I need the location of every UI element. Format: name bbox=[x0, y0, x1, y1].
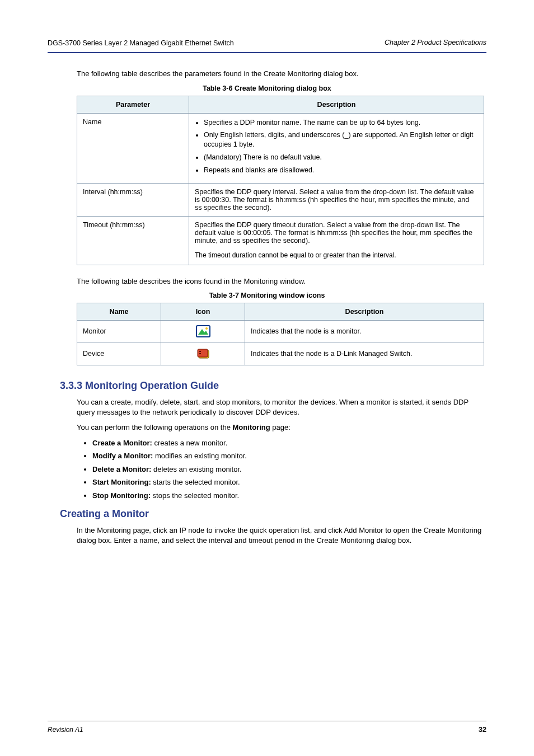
header-divider bbox=[48, 52, 486, 53]
param-name: Interval (hh:mm:ss) bbox=[77, 183, 189, 216]
list-item: (Mandatory) There is no default value. bbox=[204, 153, 478, 162]
col-description: Description bbox=[189, 96, 484, 113]
param-name: Timeout (hh:mm:ss) bbox=[77, 216, 189, 265]
op-desc: deletes an existing monitor. bbox=[151, 465, 241, 473]
table-header-row: Name Icon Description bbox=[77, 303, 484, 321]
table-row: Interval (hh:mm:ss) Specifies the DDP qu… bbox=[77, 183, 484, 216]
list-item: Repeats and blanks are disallowed. bbox=[204, 166, 478, 175]
icon-name: Device bbox=[77, 342, 161, 365]
list-item: Create a Monitor: creates a new monitor. bbox=[92, 438, 486, 448]
icon-desc: Indicates that the node is a D-Link Mana… bbox=[245, 342, 484, 365]
op-name: Create a Monitor: bbox=[92, 439, 152, 447]
param-desc: Specifies a DDP monitor name. The name c… bbox=[189, 113, 484, 183]
param-desc: Specifies the DDP query interval. Select… bbox=[189, 183, 484, 216]
col-name: Name bbox=[77, 303, 161, 321]
guide-ops-intro-suffix: page: bbox=[270, 423, 291, 431]
col-icon: Icon bbox=[161, 303, 245, 321]
list-item: Only English letters, digits, and unders… bbox=[204, 130, 478, 149]
monitoring-table-caption: Table 3-6 Create Monitoring dialog box bbox=[48, 84, 486, 92]
op-name: Modify a Monitor: bbox=[92, 452, 153, 460]
col-description: Description bbox=[245, 303, 484, 321]
guide-overview: You can a create, modify, delete, start,… bbox=[77, 397, 486, 417]
list-item: Modify a Monitor: modifies an existing m… bbox=[92, 451, 486, 461]
table-row: Monitor Indicates that the node is a mon… bbox=[77, 321, 484, 342]
op-name: Start Monitoring: bbox=[92, 478, 151, 486]
op-name: Stop Monitoring: bbox=[92, 491, 151, 500]
icon-cell bbox=[161, 342, 245, 365]
op-desc: modifies an existing monitor. bbox=[153, 452, 247, 460]
guide-ops-intro-prefix: You can perform the following operations… bbox=[77, 423, 232, 431]
param-desc-note: The timeout duration cannot be equal to … bbox=[195, 251, 478, 260]
icon-name: Monitor bbox=[77, 321, 161, 342]
monitoring-icons-table: Name Icon Description Monitor Indicates … bbox=[77, 303, 484, 365]
table-row: Device Indicates that the node is a D-Li… bbox=[77, 342, 484, 365]
create-monitor-para: In the Monitoring page, click an IP node… bbox=[77, 525, 486, 545]
list-item: Delete a Monitor: deletes an existing mo… bbox=[92, 464, 486, 475]
param-name: Name bbox=[77, 113, 189, 183]
table-header-row: Parameter Description bbox=[77, 96, 484, 113]
monitor-icon bbox=[196, 325, 210, 337]
page-root: DGS-3700 Series Layer 2 Managed Gigabit … bbox=[0, 0, 534, 756]
footer-revision: Revision A1 bbox=[48, 726, 83, 734]
svg-rect-5 bbox=[199, 351, 201, 352]
device-icon bbox=[196, 347, 210, 360]
footer-page-number: 32 bbox=[479, 726, 486, 734]
op-name: Delete a Monitor: bbox=[92, 465, 151, 473]
svg-rect-6 bbox=[199, 353, 201, 354]
guide-ops-intro-bold: Monitoring bbox=[232, 423, 270, 431]
list-item: Specifies a DDP monitor name. The name c… bbox=[204, 118, 478, 128]
footer-divider bbox=[48, 721, 486, 721]
section-create-heading: Creating a Monitor bbox=[60, 508, 486, 520]
monitoring-intro-text: The following table describes the parame… bbox=[77, 69, 486, 79]
section-guide-heading: 3.3.3 Monitoring Operation Guide bbox=[60, 380, 486, 392]
svg-rect-4 bbox=[198, 349, 208, 357]
table-row: Name Specifies a DDP monitor name. The n… bbox=[77, 113, 484, 183]
op-desc: starts the selected monitor. bbox=[151, 478, 240, 486]
guide-ops-intro: You can perform the following operations… bbox=[77, 422, 486, 433]
guide-operations-list: Create a Monitor: creates a new monitor.… bbox=[92, 438, 486, 501]
icons-table-caption: Table 3-7 Monitoring window icons bbox=[48, 292, 486, 299]
list-item: Stop Monitoring: stops the selected moni… bbox=[92, 491, 486, 501]
list-item: Start Monitoring: starts the selected mo… bbox=[92, 477, 486, 487]
col-parameter: Parameter bbox=[77, 96, 189, 113]
param-desc-line: Specifies the DDP query timeout duration… bbox=[195, 221, 478, 245]
page-header: DGS-3700 Series Layer 2 Managed Gigabit … bbox=[48, 39, 486, 46]
svg-point-2 bbox=[205, 327, 208, 330]
op-desc: stops the selected monitor. bbox=[151, 491, 239, 500]
table-row: Timeout (hh:mm:ss) Specifies the DDP que… bbox=[77, 216, 484, 265]
param-desc: Specifies the DDP query timeout duration… bbox=[189, 216, 484, 265]
op-desc: creates a new monitor. bbox=[152, 439, 227, 447]
create-monitoring-options-table: Parameter Description Name Specifies a D… bbox=[77, 96, 484, 265]
icon-cell bbox=[161, 321, 245, 342]
icon-desc: Indicates that the node is a monitor. bbox=[245, 321, 484, 342]
icons-intro-text: The following table describes the icons … bbox=[77, 276, 486, 287]
